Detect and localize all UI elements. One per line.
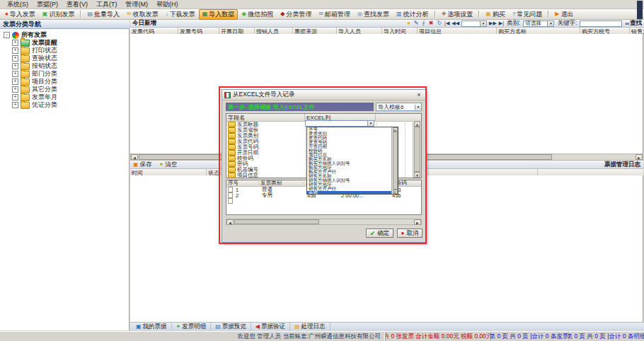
bottom-tab[interactable]: ▤票据预览 [211, 323, 251, 331]
column-header[interactable]: 项目信息 [418, 28, 497, 34]
expand-icon[interactable]: + [12, 40, 18, 46]
cancel-button[interactable]: ●取消 [397, 229, 422, 238]
chevron-down-icon[interactable]: ▼ [367, 121, 374, 126]
keyword-input[interactable] [580, 21, 622, 27]
first-page-button[interactable]: |◀ [444, 21, 449, 26]
menu-item[interactable]: 系统(S) [3, 0, 33, 9]
edit-record-icon[interactable]: ✎ [414, 21, 419, 26]
bottom-tab[interactable]: ◀票据验证 [251, 323, 290, 331]
menu-item[interactable]: 帮助(H) [152, 0, 183, 9]
toolbar-button[interactable]: ◉微信拍照 [238, 9, 277, 20]
tree-item[interactable]: +发票提醒 [0, 39, 129, 47]
column-header[interactable]: 发票代码 [130, 28, 178, 34]
tree-item[interactable]: +打印状态 [0, 47, 129, 54]
tree-item[interactable]: +凭证分类 [0, 101, 129, 109]
add-record-icon[interactable]: ● [407, 21, 410, 26]
delete-record-icon[interactable]: ✖ [429, 21, 434, 26]
column-header[interactable]: 导入人员 [337, 28, 382, 34]
toolbar-separator [435, 11, 436, 18]
menu-item[interactable]: 工具(T) [92, 0, 122, 9]
expand-icon[interactable]: + [12, 94, 18, 100]
toolbar-button[interactable]: ▣识别发票 [39, 9, 79, 20]
preview-horizontal-scrollbar[interactable]: ◀ ▶ [226, 219, 422, 225]
scroll-down-icon[interactable]: ▼ [393, 190, 398, 194]
column-header[interactable]: 导入时间 [382, 28, 418, 34]
menu-item[interactable]: 管理(M) [122, 0, 153, 9]
column-header[interactable]: 票据来源 [293, 28, 337, 34]
column-header[interactable]: 开票日期 [219, 28, 255, 34]
chevron-down-icon[interactable]: ▼ [415, 105, 421, 110]
tree-item[interactable]: +部门分类 [0, 70, 129, 78]
toolbar-button[interactable]: ✉邮箱管理 [315, 9, 354, 20]
clear-button[interactable]: ✦清空 [159, 161, 178, 169]
toolbar-button[interactable]: ✉收取发票 [123, 9, 162, 20]
toolbar-button[interactable]: ◆分类管理 [277, 9, 315, 20]
expand-icon[interactable]: + [12, 55, 18, 62]
scroll-right-icon[interactable]: ▶ [636, 154, 643, 160]
log-column-time[interactable]: 时间 [130, 169, 207, 175]
scroll-down-icon[interactable]: ▼ [414, 172, 420, 178]
dropdown-option[interactable]: 金额 [307, 191, 398, 195]
last-page-button[interactable]: ▶| [499, 21, 504, 26]
column-header[interactable]: 购买方税号 [580, 28, 630, 34]
next-page-button[interactable]: ▶▶ [489, 21, 497, 26]
ok-button[interactable]: ✔确定 [366, 229, 393, 238]
attach-icon[interactable]: ∮ [422, 21, 425, 26]
excel-column-combo[interactable]: ▼ [305, 120, 374, 127]
scroll-left-icon[interactable]: ◀ [226, 219, 234, 225]
scroll-right-icon[interactable]: ▶ [414, 219, 421, 225]
category-combo[interactable]: 请选择▼ [523, 21, 554, 27]
toolbar-button[interactable]: ▦导入数据 [199, 9, 238, 20]
expand-icon[interactable]: + [12, 63, 18, 69]
tree-item[interactable]: +报销状态 [0, 62, 129, 70]
tree-item[interactable]: +发票年月 [0, 93, 129, 101]
column-header[interactable]: 购买方名称 [497, 28, 580, 34]
prev-page-button[interactable]: ◀◀ [452, 21, 459, 26]
expand-icon[interactable]: + [12, 47, 18, 54]
preview-row-empty[interactable] [226, 198, 421, 204]
toolbar-button[interactable]: ◎查找发票 [354, 9, 393, 20]
menu-bar: 系统(S)票据(P)查看(V)工具(T)管理(M)帮助(H) [0, 0, 644, 9]
toolbar-button[interactable]: ▶退出 [551, 9, 577, 20]
toolbar-button[interactable]: ●导入发票 [1, 9, 39, 20]
tree-item[interactable]: +项目分类 [0, 78, 129, 86]
toolbar-button[interactable]: ▥统计分析 [393, 9, 432, 20]
toolbar-button[interactable]: ✛选项设置 [438, 9, 477, 20]
chevron-down-icon[interactable]: ▼ [547, 21, 553, 26]
column-header[interactable]: 发票号码 [178, 28, 219, 34]
column-header[interactable]: 报销人员 [255, 28, 293, 34]
dialog-title-bar[interactable]: 从EXCEL文件导入记录 × [222, 90, 425, 100]
bottom-tab[interactable]: ✦发票明细 [172, 323, 212, 331]
scroll-left-icon[interactable]: ◀ [131, 154, 138, 160]
mapping-vertical-scrollbar[interactable]: ▲ ▼ [413, 121, 421, 178]
page-select-combo[interactable]: ▼ [461, 21, 487, 27]
toolbar-button[interactable]: ?常见问题 [509, 9, 546, 20]
expand-icon[interactable]: + [12, 102, 18, 108]
menu-item[interactable]: 票据(P) [33, 0, 62, 9]
toolbar-button[interactable]: ↓下载发票 [162, 9, 199, 20]
column-header[interactable]: 销售方名称 [630, 28, 644, 34]
bottom-tab[interactable]: ▣我的票据 [132, 323, 172, 331]
scrollbar-thumb[interactable] [393, 132, 398, 190]
scrollbar-thumb[interactable] [414, 127, 420, 172]
bottom-tab[interactable]: ▦处理日志 [290, 323, 330, 331]
tree-item[interactable]: +查验状态 [0, 54, 129, 62]
save-button[interactable]: ▣保存 [133, 161, 152, 169]
import-template-combo[interactable]: 导入模板6 ▼ [376, 103, 422, 111]
search-button[interactable]: ∞查找 [625, 19, 642, 28]
close-icon[interactable]: × [415, 91, 423, 99]
menu-item[interactable]: 查看(V) [62, 0, 92, 9]
collapse-icon[interactable]: - [4, 32, 10, 38]
expand-icon[interactable]: + [12, 79, 18, 85]
toolbar-button[interactable]: ▤批量导入 [84, 9, 123, 20]
expand-icon[interactable]: + [12, 86, 18, 93]
scrollbar-thumb[interactable] [234, 219, 319, 224]
chevron-down-icon[interactable]: ▼ [480, 21, 486, 26]
dropdown-scrollbar[interactable]: ▲ ▼ [391, 127, 398, 194]
toolbar-button[interactable]: ▣购买 [482, 9, 509, 20]
refresh-icon[interactable]: ↻ [437, 21, 442, 26]
scroll-up-icon[interactable]: ▲ [414, 121, 420, 127]
tree-item[interactable]: +其它分类 [0, 86, 129, 93]
expand-icon[interactable]: + [12, 71, 18, 77]
tree-root-all-invoices[interactable]: - 所有发票 [0, 31, 129, 39]
